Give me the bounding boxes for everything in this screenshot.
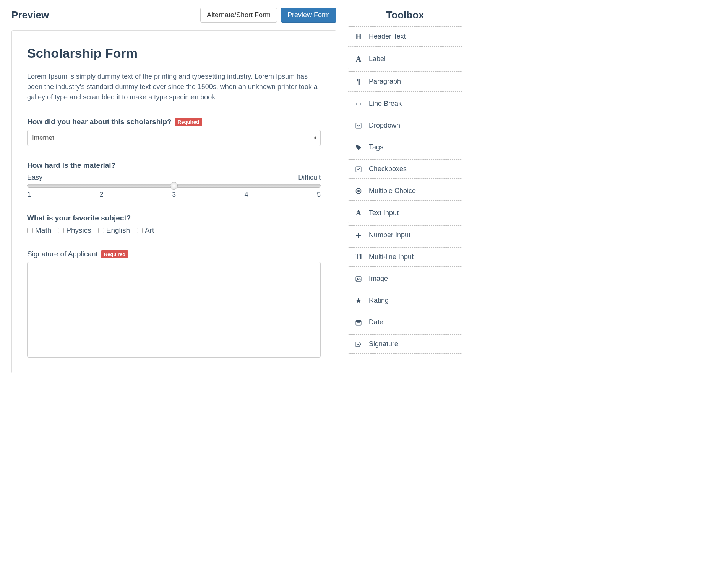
toolbox-item-numberinput[interactable]: Number Input (348, 225, 462, 245)
field-label: What is your favorite subject? (27, 214, 321, 222)
toolbox-item-rating[interactable]: Rating (348, 291, 462, 310)
multiline-icon: TI (354, 253, 363, 261)
signature-input[interactable] (27, 262, 321, 358)
page-title: Preview (11, 9, 49, 21)
form-preview-panel: Scholarship Form Lorem Ipsum is simply d… (11, 30, 336, 373)
dropdown-wrapper: ▲▼ (27, 130, 321, 146)
svg-point-4 (357, 190, 360, 192)
checkbox-box-icon (98, 228, 104, 233)
field-label-text: How hard is the material? (27, 161, 115, 170)
toolbox-item-date[interactable]: Date (348, 313, 462, 332)
toolbox-item-label: Number Input (369, 231, 410, 239)
toolbox-item-label: Tags (369, 143, 383, 151)
field-signature: Signature of Applicant Required (27, 250, 321, 358)
checkbox-label: Art (145, 226, 154, 235)
toolbox-item-label: Rating (369, 296, 389, 305)
checkbox-physics[interactable]: Physics (58, 226, 91, 235)
toolbox-item-label: Paragraph (369, 78, 401, 86)
field-how-hear: How did you hear about this scholarship?… (27, 118, 321, 146)
checkboxes-icon (354, 166, 363, 173)
required-badge: Required (101, 250, 128, 258)
field-label-text: Signature of Applicant (27, 250, 98, 258)
checkbox-box-icon (58, 228, 64, 233)
form-title: Scholarship Form (27, 46, 321, 61)
checkbox-art[interactable]: Art (137, 226, 154, 235)
slider-end-labels: Easy Difficult (27, 173, 321, 181)
toolbox-item-label: Label (369, 55, 386, 63)
toolbox-item-signature[interactable]: Signature (348, 334, 462, 354)
checkbox-label: English (106, 226, 130, 235)
checkbox-math[interactable]: Math (27, 226, 51, 235)
toolbox-item-label: Date (369, 318, 383, 326)
toolbox-item-label: Checkboxes (369, 165, 407, 173)
image-icon (354, 275, 363, 282)
toolbox-item-label: Multiple Choice (369, 187, 416, 195)
checkbox-row: Math Physics English Art (27, 226, 321, 235)
checkbox-label: Physics (66, 226, 91, 235)
label-icon: A (354, 55, 363, 63)
field-label-text: What is your favorite subject? (27, 214, 131, 222)
header-icon: H (354, 32, 363, 41)
rating-icon (354, 297, 363, 304)
linebreak-icon (354, 100, 363, 107)
slider-tick: 4 (244, 191, 248, 199)
signature-icon (354, 341, 363, 348)
toolbox-item-label: Header Text (369, 32, 406, 40)
toolbox-item-label: Signature (369, 340, 398, 348)
field-label: Signature of Applicant Required (27, 250, 321, 258)
field-difficulty: How hard is the material? Easy Difficult… (27, 161, 321, 199)
form-description: Lorem Ipsum is simply dummy text of the … (27, 71, 321, 102)
header-row: Preview Alternate/Short Form Preview For… (11, 8, 336, 23)
preview-form-button[interactable]: Preview Form (281, 8, 336, 23)
numberinput-icon (354, 232, 363, 239)
toolbox-item-linebreak[interactable]: Line Break (348, 94, 462, 113)
multiplechoice-icon (354, 188, 363, 194)
toolbox-item-image[interactable]: Image (348, 269, 462, 288)
toolbox-item-label: Image (369, 275, 388, 283)
toolbox-item-checkboxes[interactable]: Checkboxes (348, 159, 462, 179)
paragraph-icon: ¶ (354, 77, 363, 86)
field-favorite-subject: What is your favorite subject? Math Phys… (27, 214, 321, 235)
toolbox-item-dropdown[interactable]: Dropdown (348, 116, 462, 135)
textinput-icon: A (354, 209, 363, 217)
checkbox-label: Math (35, 226, 51, 235)
slider-tick: 1 (27, 191, 31, 199)
checkbox-box-icon (137, 228, 143, 233)
toolbox-item-header[interactable]: HHeader Text (348, 26, 462, 47)
toolbox-item-textinput[interactable]: AText Input (348, 203, 462, 223)
toolbox-list: HHeader TextALabel¶ParagraphLine BreakDr… (348, 26, 462, 354)
toolbox-item-label: Multi-line Input (369, 253, 414, 261)
field-label: How did you hear about this scholarship?… (27, 118, 321, 126)
toolbox-item-multiplechoice[interactable]: Multiple Choice (348, 181, 462, 201)
dropdown-how-hear[interactable] (27, 130, 321, 146)
toolbox-item-label: Line Break (369, 100, 402, 108)
toolbox-item-paragraph[interactable]: ¶Paragraph (348, 71, 462, 92)
svg-point-6 (357, 278, 358, 279)
slider-label-right: Difficult (298, 173, 321, 181)
toolbox-item-tags[interactable]: Tags (348, 138, 462, 157)
required-badge: Required (175, 118, 202, 126)
toolbox-item-label: Text Input (369, 209, 399, 217)
toolbox-item-label[interactable]: ALabel (348, 49, 462, 69)
slider-tick: 2 (99, 191, 103, 199)
date-icon (354, 319, 363, 326)
checkbox-box-icon (27, 228, 33, 233)
slider-label-left: Easy (27, 173, 42, 181)
field-label: How hard is the material? (27, 161, 321, 170)
header-buttons: Alternate/Short Form Preview Form (200, 8, 336, 23)
toolbox-title: Toolbox (348, 9, 462, 21)
slider-ticks: 1 2 3 4 5 (27, 191, 321, 199)
toolbox-item-label: Dropdown (369, 121, 400, 130)
field-label-text: How did you hear about this scholarship? (27, 118, 172, 126)
slider-thumb[interactable] (170, 182, 178, 190)
checkbox-english[interactable]: English (98, 226, 130, 235)
tags-icon (354, 144, 363, 151)
svg-point-1 (357, 146, 357, 146)
alternate-form-button[interactable]: Alternate/Short Form (200, 8, 277, 23)
slider-tick: 5 (317, 191, 321, 199)
toolbox-item-multiline[interactable]: TIMulti-line Input (348, 247, 462, 267)
svg-rect-0 (356, 123, 361, 128)
slider-tick: 3 (172, 191, 176, 199)
difficulty-slider[interactable] (27, 184, 321, 188)
dropdown-icon (354, 122, 363, 129)
